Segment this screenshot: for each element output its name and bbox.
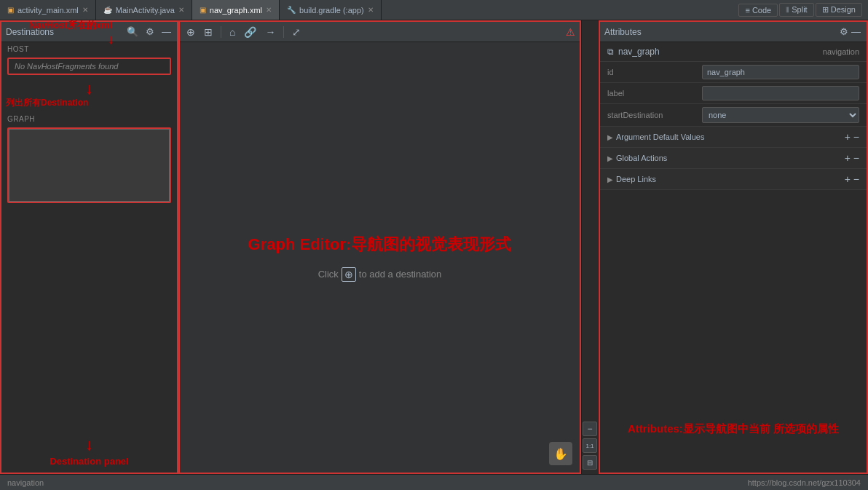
tab-bar: ▣ activity_main.xml ✕ ☕ MainActivity.jav… bbox=[0, 0, 868, 20]
minimize-icon[interactable]: — bbox=[160, 25, 173, 38]
nav-type: navigation bbox=[823, 47, 859, 56]
arg-default-minus-icon[interactable]: − bbox=[853, 131, 859, 143]
attr-label-input[interactable] bbox=[702, 86, 859, 100]
graph-editor-label: Graph Editor:导航图的视觉表现形式 bbox=[248, 234, 512, 256]
destinations-header: Destinations 🔍 ⚙ — bbox=[1, 22, 177, 42]
gradle-icon: 🔧 bbox=[287, 6, 296, 14]
attr-row-startdest: startDestination none bbox=[600, 104, 867, 127]
global-actions-minus-icon[interactable]: − bbox=[853, 152, 859, 164]
attributes-minimize-icon[interactable]: — bbox=[850, 25, 862, 38]
deep-links-chevron-icon: ▶ bbox=[607, 175, 613, 183]
deep-links-section[interactable]: ▶ Deep Links + − bbox=[600, 169, 867, 190]
attr-label-label: label bbox=[607, 89, 702, 98]
status-bar: navigation https://blog.csdn.net/gzx1103… bbox=[0, 474, 868, 490]
arg-default-plus-icon[interactable]: + bbox=[845, 131, 851, 143]
search-icon[interactable]: 🔍 bbox=[125, 25, 140, 38]
attr-row-label: label bbox=[600, 83, 867, 104]
status-left: navigation bbox=[7, 478, 44, 487]
arg-chevron-icon: ▶ bbox=[607, 133, 613, 141]
tab-nav-graph[interactable]: ▣ nav_graph.xml ✕ bbox=[192, 0, 280, 20]
code-view-button[interactable]: ≡ Code bbox=[738, 4, 778, 17]
xml-icon-2: ▣ bbox=[200, 6, 206, 14]
attr-id-input[interactable] bbox=[702, 65, 859, 79]
global-actions-plus-icon[interactable]: + bbox=[845, 152, 851, 164]
toolbar-sep-2 bbox=[283, 26, 284, 38]
attr-row-id: id bbox=[600, 62, 867, 83]
deep-links-plus-icon[interactable]: + bbox=[845, 173, 851, 185]
gear-icon[interactable]: ⚙ bbox=[144, 25, 156, 38]
graph-editor-panel: ⊕ ⊞ ⌂ 🔗 → ⤢ ⚠ Graph Editor:导航图的视觉表现形式 Cl… bbox=[178, 20, 581, 474]
link-btn[interactable]: 🔗 bbox=[242, 25, 259, 39]
nav-graph-icon: ⧉ bbox=[607, 47, 614, 57]
attributes-panel: Attributes ⚙ — ⧉ nav_graph navigation id… bbox=[599, 20, 868, 474]
tab-close-4[interactable]: ✕ bbox=[368, 6, 374, 14]
main-layout: NavHost所在的xml ↓ Destinations 🔍 ⚙ — HOST … bbox=[0, 20, 868, 474]
hand-tool-icon[interactable]: ✋ bbox=[549, 442, 572, 465]
arrow-to-list: ↓ 列出所有Destination bbox=[1, 78, 177, 112]
tab-close-1[interactable]: ✕ bbox=[82, 6, 88, 14]
tab-close-2[interactable]: ✕ bbox=[178, 6, 184, 14]
host-box: No NavHostFragments found bbox=[7, 58, 171, 75]
click-text: Click bbox=[318, 269, 339, 280]
add-action-btn[interactable]: ⊞ bbox=[202, 25, 215, 39]
host-section-label: HOST bbox=[1, 42, 177, 55]
hand-icon-area: ✋ bbox=[549, 442, 572, 465]
toolbar-sep-1 bbox=[221, 26, 221, 38]
nav-graph-item[interactable]: ⧉ nav_graph navigation bbox=[600, 42, 867, 62]
attributes-header: Attributes ⚙ — bbox=[600, 22, 867, 42]
dest-panel-annotation: Destination panel bbox=[7, 453, 171, 467]
add-dest-inline-icon[interactable]: ⊕ bbox=[342, 267, 356, 282]
java-icon: ☕ bbox=[103, 6, 112, 14]
dest-panel-area: ↓ Destination panel bbox=[1, 206, 177, 473]
arrow-btn[interactable]: → bbox=[263, 25, 277, 39]
xml-icon-1: ▣ bbox=[7, 6, 14, 14]
arg-default-section[interactable]: ▶ Argument Default Values + − bbox=[600, 127, 867, 148]
graph-thumbnail bbox=[9, 129, 170, 202]
tab-main-activity[interactable]: ☕ MainActivity.java ✕ bbox=[96, 0, 192, 20]
deep-links-label: Deep Links bbox=[616, 175, 842, 183]
tab-close-3[interactable]: ✕ bbox=[266, 6, 272, 14]
graph-editor-toolbar: ⊕ ⊞ ⌂ 🔗 → ⤢ ⚠ bbox=[180, 22, 580, 42]
zoom-ratio-btn[interactable]: 1:1 bbox=[583, 438, 597, 453]
destinations-toolbar-icons: 🔍 ⚙ — bbox=[125, 25, 173, 38]
attr-startdest-label: startDestination bbox=[607, 111, 702, 119]
tab-activity-main[interactable]: ▣ activity_main.xml ✕ bbox=[0, 0, 96, 20]
view-buttons: ≡ Code ⫴ Split ⊞ Design bbox=[738, 3, 868, 17]
attributes-table: id label startDestination none bbox=[600, 62, 867, 127]
attributes-gear-icon[interactable]: ⚙ bbox=[838, 25, 850, 38]
graph-editor-content: Graph Editor:导航图的视觉表现形式 Click ⊕ to add a… bbox=[180, 42, 580, 473]
global-actions-section[interactable]: ▶ Global Actions + − bbox=[600, 148, 867, 169]
add-destination-toolbar-btn[interactable]: ⊕ bbox=[184, 25, 197, 39]
error-badge: ⚠ bbox=[566, 26, 575, 38]
design-view-button[interactable]: ⊞ Design bbox=[816, 3, 862, 17]
status-right: https://blog.csdn.net/gzx110304 bbox=[748, 478, 861, 487]
split-view-button[interactable]: ⫴ Split bbox=[779, 3, 813, 17]
down-arrow-2-icon: ↓ bbox=[7, 437, 171, 453]
attributes-title: Attributes bbox=[604, 27, 838, 37]
zoom-fit-btn[interactable]: ⊟ bbox=[583, 455, 597, 470]
attr-id-label: id bbox=[607, 68, 702, 76]
zoom-controls: − 1:1 ⊟ bbox=[581, 20, 599, 474]
graph-box bbox=[7, 127, 171, 203]
arg-default-label: Argument Default Values bbox=[616, 133, 842, 141]
nav-graph-name: nav_graph bbox=[618, 47, 818, 57]
host-item: No NavHostFragments found bbox=[9, 59, 170, 74]
click-hint-suffix: to add a destination bbox=[359, 269, 441, 280]
attr-startdest-select[interactable]: none bbox=[702, 107, 859, 123]
zoom-minus-btn[interactable]: − bbox=[583, 422, 597, 436]
deep-links-minus-icon[interactable]: − bbox=[853, 173, 859, 185]
home-btn[interactable]: ⌂ bbox=[227, 25, 237, 39]
list-dest-annotation: 列出所有Destination bbox=[1, 97, 177, 109]
destinations-panel: Destinations 🔍 ⚙ — HOST No NavHostFragme… bbox=[0, 20, 178, 474]
attr-annotation: Attributes:显示导航图中当前 所选项的属性 bbox=[607, 421, 859, 436]
global-actions-label: Global Actions bbox=[616, 154, 842, 162]
tab-build-gradle[interactable]: 🔧 build.gradle (:app) ✕ bbox=[280, 0, 382, 20]
global-chevron-icon: ▶ bbox=[607, 154, 613, 162]
click-hint: Click ⊕ to add a destination bbox=[318, 267, 442, 282]
graph-section-label: GRAPH bbox=[1, 112, 177, 125]
expand-btn[interactable]: ⤢ bbox=[290, 25, 303, 39]
down-arrow-icon: ↓ bbox=[1, 81, 177, 97]
destinations-title: Destinations bbox=[6, 27, 125, 37]
